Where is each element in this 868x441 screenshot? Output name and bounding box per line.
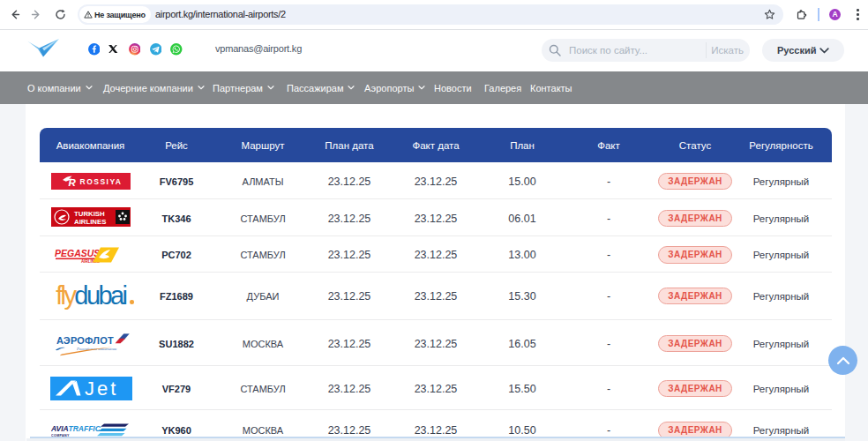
svg-text:PEGASUS: PEGASUS: [55, 248, 100, 258]
svg-text:TRAFFIC: TRAFFIC: [69, 424, 101, 433]
svg-text:AIRLINES: AIRLINES: [74, 217, 106, 225]
svg-text:Jet: Jet: [85, 377, 118, 400]
svg-text:АЭРОФЛОТ: АЭРОФЛОТ: [56, 334, 114, 345]
svg-text:AVIA: AVIA: [51, 424, 69, 433]
svg-text:R: R: [68, 177, 76, 187]
